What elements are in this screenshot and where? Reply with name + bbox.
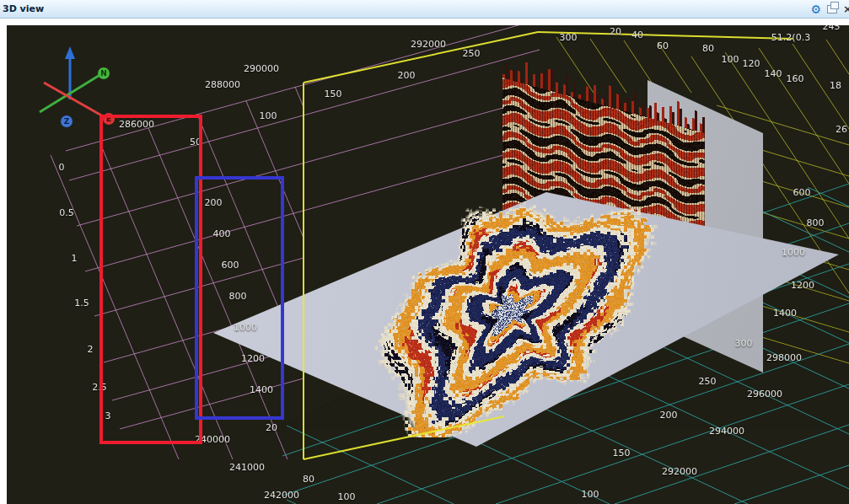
axis-label-inline: 150 — [325, 88, 342, 99]
3d-viewport[interactable]: N Z E 2860002880002900002920005010015020… — [7, 25, 849, 504]
3d-scene: N Z E 2860002880002900002920005010015020… — [7, 25, 849, 504]
window-title: 3D view — [0, 3, 44, 14]
axis-label-floor-right: 298000 — [766, 352, 802, 363]
axis-label-xline: 20 — [610, 26, 621, 37]
settings-icon[interactable]: ⚙ — [810, 3, 821, 15]
annotation-rectangle-red — [99, 115, 202, 444]
axis-label-northing: 292000 — [411, 39, 446, 50]
axis-label-inline: 200 — [398, 70, 416, 81]
north-axis-icon: N — [98, 67, 110, 79]
axis-label-xline: 140 — [765, 68, 782, 79]
axis-label-floor-right: 294000 — [709, 426, 744, 437]
axis-label-xline: 40 — [631, 29, 643, 40]
axis-label-xline: 80 — [702, 43, 714, 54]
axis-label-northing: 290000 — [244, 63, 279, 74]
axis-label-xline: 120 — [743, 58, 760, 69]
axis-label-floor-left: 241000 — [229, 462, 265, 473]
axis-label-xline: 60 — [657, 40, 669, 51]
axis-label-corner: 245 — [823, 25, 841, 32]
axis-label-floor-left: 242000 — [264, 490, 299, 501]
axis-label-floor-right: 292000 — [662, 466, 697, 477]
axis-label-inline: 300 — [560, 32, 578, 43]
axis-label-depth: 1 — [72, 253, 78, 264]
axis-label-depth: 0.5 — [59, 207, 74, 218]
axis-label-northing: 288000 — [205, 79, 240, 90]
axis-label-floor-right: 296000 — [747, 389, 782, 399]
axis-label-depth: 1.5 — [74, 298, 89, 308]
axis-label-xline: 160 — [787, 73, 804, 84]
axis-label-floor-left: 100 — [338, 491, 356, 502]
axis-label-right-wall: 1400 — [773, 308, 797, 319]
axis-label-xline: 100 — [722, 54, 739, 65]
titlebar-icons: ⚙ × — [810, 3, 849, 15]
axis-label-right-wall: 1000 — [782, 247, 805, 258]
axis-label-corner: 51.2(0.3 — [771, 32, 810, 43]
restore-icon[interactable] — [827, 5, 837, 13]
axis-label-depth: 2 — [88, 344, 94, 355]
axis-label-floor-right: 200 — [660, 410, 678, 421]
axis-label-xline: 18 — [830, 80, 841, 91]
axis-label-right-wall: 600 — [793, 187, 811, 198]
axis-label-floor-left: 20 — [266, 422, 277, 433]
axis-label-inline: 100 — [260, 110, 277, 121]
axis-label-floor-right: 100 — [582, 489, 599, 500]
axis-label-floor-right: 300 — [735, 338, 753, 349]
axis-label-inline: 250 — [463, 48, 481, 59]
axis-label-floor-left: 80 — [303, 474, 314, 485]
axis-label-depth: 0 — [59, 162, 65, 173]
axis-label-right-wall: 1200 — [791, 280, 814, 291]
z-axis-icon: Z — [61, 115, 73, 127]
axis-label-right-wall: 800 — [807, 217, 825, 228]
axis-label-floor-right: 250 — [699, 376, 717, 387]
window-titlebar[interactable]: 3D view ⚙ × — [0, 0, 849, 19]
axis-label-right-wall: 26 — [836, 124, 847, 135]
close-icon[interactable]: × — [843, 3, 849, 14]
axis-label-floor-right: 150 — [613, 448, 631, 458]
annotation-rectangle-blue — [195, 176, 284, 420]
